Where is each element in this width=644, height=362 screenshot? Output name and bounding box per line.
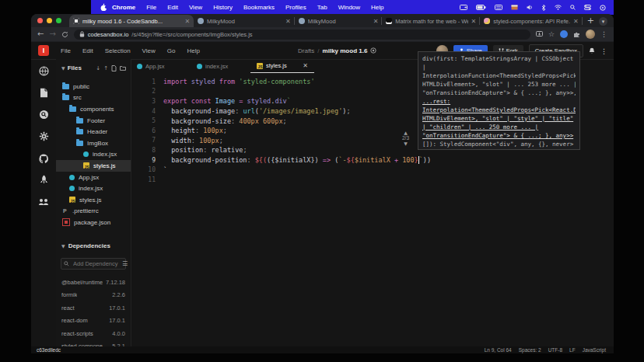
dependency-row[interactable]: styled-components5.2.1 — [56, 340, 131, 347]
close-tab-icon[interactable]: ✕ — [373, 18, 379, 25]
display-icon[interactable] — [460, 5, 467, 10]
dependency-menu-icon[interactable]: ☰ — [122, 260, 128, 267]
editor-menu-go[interactable]: Go — [167, 47, 176, 54]
file-tree-item[interactable]: Footer — [56, 115, 131, 127]
notifications-bell-icon[interactable] — [589, 47, 595, 54]
code-line[interactable]: 11 — [131, 175, 614, 185]
back-button[interactable]: ← — [37, 30, 44, 38]
macos-menu-tab[interactable]: Tab — [317, 4, 327, 11]
code-line[interactable]: 9 background-position: ${(({$initialX}) … — [131, 155, 614, 165]
control-center-icon[interactable] — [584, 5, 591, 10]
dependency-row[interactable]: @babel/runtime7.12.18 — [56, 276, 131, 289]
editor-menu-view[interactable]: View — [142, 47, 156, 54]
more-actions-icon[interactable]: ⋮ — [600, 47, 607, 55]
file-tree-item[interactable]: .prettierrc — [56, 206, 131, 218]
download-icon[interactable]: ↓ — [96, 65, 100, 71]
pager-down-icon[interactable]: ▼ — [404, 141, 408, 146]
file-tree-item[interactable]: public — [56, 81, 131, 92]
deployment-icon[interactable] — [37, 174, 50, 186]
collapse-chevron-icon[interactable]: ▼ — [61, 243, 65, 249]
macos-menu-edit[interactable]: Edit — [167, 4, 178, 11]
breadcrumb[interactable]: Drafts / milky mood 1.6 — [298, 42, 376, 59]
statusbar-item[interactable]: Ln 9, Col 64 — [485, 347, 512, 353]
pager-up-icon[interactable]: ▲ — [404, 130, 408, 135]
search-icon[interactable] — [37, 109, 50, 120]
file-tree-item[interactable]: components — [56, 103, 131, 115]
close-tab-icon[interactable]: ✕ — [573, 18, 579, 25]
close-tab-icon[interactable]: ✕ — [184, 18, 190, 25]
dependency-row[interactable]: react-dom17.0.1 — [56, 315, 131, 328]
browser-tab[interactable]: milky mood 1.6 - CodeSandb...✕ — [69, 15, 194, 27]
dependency-row[interactable]: formik2.2.6 — [56, 289, 131, 302]
macos-menu-help[interactable]: Help — [371, 4, 383, 11]
new-directory-icon[interactable] — [120, 65, 126, 71]
settings-icon[interactable] — [37, 131, 50, 142]
browser-tab[interactable]: MilkyMood✕ — [295, 15, 383, 27]
zoom-window-button[interactable] — [56, 18, 61, 23]
macos-menu-chrome[interactable]: Chrome — [112, 4, 135, 11]
close-window-button[interactable] — [37, 18, 43, 23]
bookmark-star-icon[interactable]: ☆ — [548, 30, 555, 38]
upload-icon[interactable]: ↑ — [103, 65, 108, 71]
macos-menu-history[interactable]: History — [213, 4, 233, 11]
breadcrumb-folder[interactable]: Drafts — [298, 47, 314, 54]
macos-menu-file[interactable]: File — [146, 4, 156, 11]
privacy-icon[interactable] — [370, 47, 376, 54]
macos-menu-bookmarks[interactable]: Bookmarks — [243, 4, 275, 11]
apple-menu-icon[interactable] — [100, 3, 107, 12]
extensions-puzzle-icon[interactable] — [573, 31, 580, 38]
siri-icon[interactable] — [600, 5, 606, 11]
file-tree-item[interactable]: src — [56, 92, 131, 104]
file-tree-item[interactable]: package.json — [56, 217, 131, 228]
file-tree-item[interactable]: App.jsx — [56, 172, 131, 183]
project-icon[interactable] — [37, 65, 50, 77]
browser-tab[interactable]: MilkyMood✕ — [194, 15, 295, 27]
close-tab-icon[interactable]: ✕ — [471, 18, 477, 25]
sandbox-logo[interactable]: I — [38, 45, 49, 56]
address-bar[interactable]: codesandbox.io /s/45sjn?file=/src/compon… — [74, 30, 530, 40]
add-dependency-input[interactable] — [72, 259, 120, 268]
editor-tab[interactable]: styles.js✕ — [250, 59, 314, 73]
code-line[interactable]: 10` — [131, 165, 614, 175]
extension-badge-icon[interactable] — [560, 30, 568, 38]
reload-button[interactable] — [61, 31, 68, 38]
editor-menu-edit[interactable]: Edit — [82, 47, 93, 54]
minimize-window-button[interactable] — [47, 18, 52, 23]
statusbar-item[interactable]: JavaScript — [583, 347, 606, 353]
battery-icon[interactable] — [476, 5, 486, 10]
editor-tab[interactable]: App.jsx — [131, 59, 191, 73]
live-icon[interactable] — [37, 196, 50, 207]
forward-button[interactable]: → — [49, 30, 55, 38]
statusbar-item[interactable]: Spaces: 2 — [519, 347, 541, 353]
browser-menu-icon[interactable]: ⋮ — [600, 30, 607, 38]
file-tree-item[interactable]: index.jsx — [56, 183, 131, 194]
dependency-row[interactable]: react-scripts4.0.0 — [56, 327, 131, 340]
statusbar-item[interactable]: LF — [569, 347, 576, 353]
wifi-icon[interactable] — [555, 5, 562, 10]
macos-menu-view[interactable]: View — [189, 4, 202, 11]
files-section-header[interactable]: ▼ Files ↓ ↑ — [56, 59, 131, 75]
spotlight-icon[interactable] — [570, 5, 576, 10]
volume-icon[interactable] — [527, 5, 533, 10]
close-editor-tab-icon[interactable]: ✕ — [303, 62, 308, 69]
editor-menu-help[interactable]: Help — [187, 47, 199, 54]
macos-menu-profiles[interactable]: Profiles — [285, 4, 306, 11]
input-source-icon[interactable] — [511, 5, 518, 10]
close-tab-icon[interactable]: ✕ — [285, 18, 291, 25]
editor-menu-selection[interactable]: Selection — [105, 47, 131, 54]
browser-tab[interactable]: Matrix math for the web - We...✕ — [382, 15, 480, 27]
new-tab-button[interactable]: + — [587, 16, 594, 26]
explorer-icon[interactable] — [37, 87, 50, 99]
editor-menu-file[interactable]: File — [61, 47, 71, 54]
file-tree-item[interactable]: index.jsx — [56, 149, 131, 161]
bluetooth-icon[interactable] — [541, 5, 546, 11]
browser-tab[interactable]: styled-components: API Refe...✕ — [480, 15, 583, 27]
statusbar-item[interactable]: UTF-8 — [548, 347, 562, 353]
sandbox-title[interactable]: milky mood 1.6 — [323, 47, 368, 54]
dependencies-header[interactable]: ▼ Dependencies — [56, 242, 131, 249]
file-tree-item[interactable]: ImgBox — [56, 137, 131, 149]
collapse-chevron-icon[interactable]: ▼ — [61, 65, 65, 71]
tab-search-button[interactable]: ▾ — [599, 17, 607, 26]
save-page-icon[interactable] — [536, 31, 543, 37]
editor-tab[interactable]: index.jsx — [191, 59, 250, 73]
